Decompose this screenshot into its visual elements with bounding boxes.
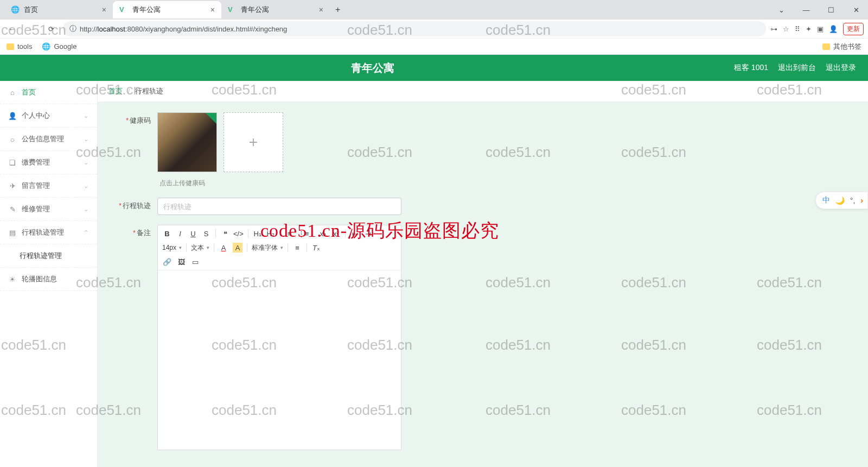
sidebar-item-notice[interactable]: ☼ 公告信息管理 ⌄ [0,128,97,151]
rich-editor: B I U S ❝ </> [157,225,401,450]
new-tab-button[interactable]: + [330,5,346,15]
text-type-select[interactable]: 文本 [191,243,209,253]
image-icon[interactable]: 🖼 [176,257,186,267]
indent-decrease-icon[interactable]: ⇤ [350,229,360,238]
moon-icon[interactable]: 🌙 [835,196,845,205]
to-front-button[interactable]: 退出到前台 [778,63,816,73]
browser-tab-app-2[interactable]: V 青年公寓 × [221,1,330,18]
ime-float-widget[interactable]: 中 🌙 °, › [815,192,868,209]
upload-add-button[interactable]: + [224,112,283,172]
update-button[interactable]: 更新 [843,23,864,35]
superscript-icon[interactable]: x² [331,229,341,238]
crumb-separator: / [128,87,130,95]
uploaded-image-thumb[interactable] [157,112,217,172]
chevron-down-icon: ⌄ [84,112,88,119]
italic-icon[interactable]: I [175,229,185,238]
ime-cn-button[interactable]: 中 [822,195,830,205]
logout-button[interactable]: 退出登录 [826,63,856,73]
caret-down-icon[interactable]: ⌄ [769,1,793,18]
code-icon[interactable]: </> [233,229,244,238]
crumb-home[interactable]: 首页 [108,87,123,95]
quote-icon[interactable]: ❝ [220,229,230,238]
image-icon: ☀ [9,275,16,283]
url-input[interactable]: ⓘ http://localhost:8080/xiyanghong/admin… [63,21,766,36]
editor-body[interactable] [158,270,401,450]
tab-title: 青年公寓 [241,5,269,15]
underline-icon[interactable]: U [188,229,198,238]
trace-input[interactable] [157,198,401,215]
align-icon[interactable]: ≡ [292,243,302,253]
ime-punct-icon[interactable]: °, [850,196,856,205]
bold-icon[interactable]: B [162,229,172,238]
strike-icon[interactable]: S [201,229,211,238]
tab-title: 青年公寓 [132,5,161,15]
sidepanel-icon[interactable]: ▣ [817,25,824,33]
profile-icon[interactable]: 👤 [829,25,838,33]
sidebar-item-fee[interactable]: ❏ 缴费管理 ⌄ [0,151,97,174]
forward-button[interactable]: → [24,21,39,36]
tenant-label[interactable]: 租客 1001 [734,63,768,73]
sidebar-item-home[interactable]: ⌂ 首页 [0,81,97,104]
extensions-icon[interactable]: ✦ [806,25,812,33]
h1-icon[interactable]: H₁ [253,229,263,238]
plus-icon: + [249,134,258,151]
close-icon[interactable]: × [210,5,215,14]
sidebar-item-label: 留言管理 [22,181,50,191]
chevron-up-icon: ⌃ [84,229,88,236]
globe-icon: 🌐 [11,5,20,14]
font-color-icon[interactable]: A [219,243,228,253]
chevron-right-icon[interactable]: › [860,196,863,205]
bookmark-label: tools [17,42,32,51]
browser-tab-home[interactable]: 🌐 首页 × [4,1,113,18]
browser-tab-strip: 🌐 首页 × V 青年公寓 × V 青年公寓 × + ⌄ — ☐ ✕ [0,0,868,20]
video-icon[interactable]: ▭ [190,257,200,267]
close-icon[interactable]: × [319,5,323,14]
clear-format-icon[interactable]: Tₓ [311,243,321,253]
star-icon[interactable]: ☆ [783,25,789,33]
bookmark-other[interactable]: 其他书签 [822,42,861,52]
font-family-select[interactable]: 标准字体 [252,243,283,253]
translate-icon[interactable]: ⠿ [795,25,800,33]
editor-toolbar: B I U S ❝ </> [158,225,401,270]
reload-button[interactable]: ⟳ [43,21,59,36]
address-bar: ← → ⟳ ⓘ http://localhost:8080/xiyanghong… [0,20,868,38]
chevron-down-icon: ⌄ [84,206,88,213]
money-icon: ❏ [9,159,16,166]
sidebar-item-personal[interactable]: 👤 个人中心 ⌄ [0,104,97,128]
window-maximize-button[interactable]: ☐ [819,1,843,18]
bookmark-label: Google [54,42,76,51]
sidebar-item-message[interactable]: ✈ 留言管理 ⌄ [0,174,97,198]
back-button[interactable]: ← [4,21,20,36]
folder-icon [822,43,830,50]
sidebar-item-label: 缴费管理 [22,157,50,167]
sidebar-subitem-trace[interactable]: 行程轨迹管理 [0,244,97,268]
vue-icon: V [119,5,128,14]
bookmarks-bar: tools 🌐 Google 其他书签 [0,38,868,54]
sidebar-item-repair[interactable]: ✎ 维修管理 ⌄ [0,198,97,221]
label-trace: *行程轨迹 [108,198,157,211]
bookmark-label: 其他书签 [833,42,861,52]
bookmark-tools[interactable]: tools [7,42,32,51]
indent-increase-icon[interactable]: ⇥ [363,229,373,238]
crumb-current: 行程轨迹 [135,87,163,95]
bg-color-icon[interactable]: A [233,243,242,253]
window-close-button[interactable]: ✕ [844,1,868,18]
sidebar-item-carousel[interactable]: ☀ 轮播图信息 [0,268,97,291]
sidebar-item-trace[interactable]: ▤ 行程轨迹管理 ⌃ [0,221,97,244]
subscript-icon[interactable]: x₂ [318,229,328,238]
window-minimize-button[interactable]: — [794,1,818,18]
chevron-down-icon: ⌄ [84,136,88,143]
font-size-select[interactable]: 14px [162,244,182,251]
h2-icon[interactable]: H₂ [266,229,276,238]
info-icon: ⓘ [69,24,76,34]
browser-tab-app-active[interactable]: V 青年公寓 × [113,1,221,18]
link-icon[interactable]: 🔗 [162,257,172,267]
label-health-code: *健康码 [108,112,157,125]
home-icon: ⌂ [9,89,16,96]
unordered-list-icon[interactable]: ⋮≡ [298,229,309,238]
close-icon[interactable]: × [102,5,106,14]
bookmark-google[interactable]: 🌐 Google [42,42,76,51]
ordered-list-icon[interactable]: ≡ [285,229,295,238]
password-icon[interactable]: ⊶ [770,25,777,33]
sidebar-item-label: 行程轨迹管理 [20,251,62,260]
